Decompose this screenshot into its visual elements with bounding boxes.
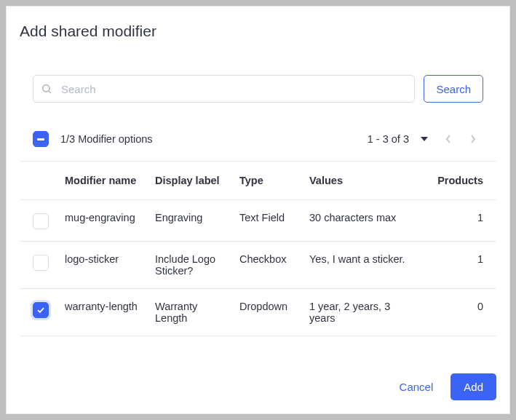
cell-products: 1 [425, 212, 483, 223]
cancel-button[interactable]: Cancel [400, 381, 434, 393]
table-row: logo-stickerInclude Logo Sticker?Checkbo… [20, 241, 496, 288]
cell-values: Yes, I want a sticker. [309, 253, 425, 265]
pager-dropdown-icon[interactable] [421, 137, 428, 141]
cell-name: warranty-length [65, 301, 155, 312]
pager-text: 1 - 3 of 3 [368, 133, 409, 145]
pager-next-button[interactable] [463, 129, 483, 149]
row-checkbox[interactable] [33, 255, 49, 271]
col-header-label: Display label [155, 175, 239, 186]
add-button[interactable]: Add [450, 373, 496, 400]
cell-name: mug-engraving [65, 212, 155, 223]
search-input[interactable] [33, 75, 415, 103]
cell-type: Dropdown [239, 301, 309, 312]
search-box [33, 75, 415, 103]
col-header-type: Type [239, 175, 309, 186]
table-header: Modifier name Display label Type Values … [20, 162, 496, 199]
col-header-name: Modifier name [65, 175, 155, 186]
col-header-values: Values [309, 175, 425, 186]
modal-title: Add shared modifier [20, 23, 496, 40]
cell-label: Warranty Length [155, 301, 239, 324]
svg-line-1 [49, 91, 51, 93]
cell-values: 1 year, 2 years, 3 years [309, 301, 425, 324]
row-checkbox[interactable] [33, 213, 49, 229]
search-row: Search [20, 75, 496, 103]
add-shared-modifier-modal: Add shared modifier Search 1/3 Modifier … [6, 6, 510, 414]
search-icon [41, 83, 52, 95]
cell-type: Text Field [239, 212, 309, 223]
table-toolbar: 1/3 Modifier options 1 - 3 of 3 [20, 122, 496, 161]
cell-label: Include Logo Sticker? [155, 253, 239, 277]
cell-values: 30 characters max [309, 212, 425, 223]
modal-footer: Cancel Add [20, 359, 496, 400]
svg-point-0 [43, 85, 49, 92]
cell-name: logo-sticker [65, 253, 155, 265]
cell-products: 0 [425, 301, 483, 312]
cell-products: 1 [425, 253, 483, 265]
select-all-checkbox[interactable] [33, 131, 49, 147]
search-button[interactable]: Search [424, 75, 483, 103]
pager-prev-button[interactable] [438, 129, 459, 149]
col-header-products: Products [425, 175, 483, 186]
table-row: mug-engravingEngravingText Field30 chara… [20, 199, 496, 241]
cell-label: Engraving [155, 212, 239, 223]
table-body: mug-engravingEngravingText Field30 chara… [20, 199, 496, 336]
selection-count: 1/3 Modifier options [60, 133, 153, 145]
cell-type: Checkbox [239, 253, 309, 265]
pager: 1 - 3 of 3 [368, 129, 483, 149]
divider [20, 336, 496, 336]
table-row: warranty-lengthWarranty LengthDropdown1 … [20, 288, 496, 336]
row-checkbox[interactable] [33, 302, 49, 318]
